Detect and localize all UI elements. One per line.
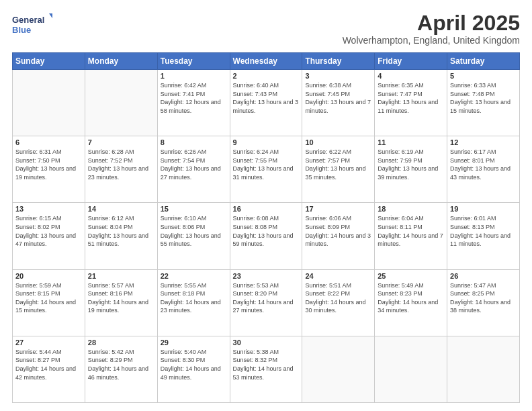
day-info: Sunrise: 6:08 AM Sunset: 8:08 PM Dayligh… bbox=[233, 214, 300, 248]
day-number: 17 bbox=[305, 205, 371, 213]
calendar-cell bbox=[85, 70, 157, 136]
svg-text:General: General bbox=[12, 15, 44, 25]
calendar-subtitle: Wolverhampton, England, United Kingdom bbox=[343, 35, 520, 46]
day-info: Sunrise: 5:40 AM Sunset: 8:30 PM Dayligh… bbox=[161, 348, 227, 381]
calendar-cell: 13 Sunrise: 6:15 AM Sunset: 8:02 PM Dayl… bbox=[13, 203, 85, 269]
day-number: 25 bbox=[378, 272, 444, 280]
page: General Blue April 2025 Wolverhampton, E… bbox=[0, 0, 532, 411]
day-number: 2 bbox=[233, 72, 300, 80]
calendar-row: 1 Sunrise: 6:42 AM Sunset: 7:41 PM Dayli… bbox=[13, 70, 520, 136]
dow-header-cell: Monday bbox=[85, 53, 157, 70]
calendar-row: 13 Sunrise: 6:15 AM Sunset: 8:02 PM Dayl… bbox=[13, 203, 520, 269]
day-number: 30 bbox=[233, 338, 300, 347]
day-number: 15 bbox=[161, 205, 227, 213]
svg-marker-2 bbox=[49, 13, 52, 20]
calendar-cell: 29 Sunrise: 5:40 AM Sunset: 8:30 PM Dayl… bbox=[157, 336, 230, 402]
calendar-cell bbox=[13, 70, 85, 136]
day-info: Sunrise: 6:31 AM Sunset: 7:50 PM Dayligh… bbox=[15, 148, 82, 181]
calendar-cell bbox=[302, 336, 375, 402]
calendar-cell: 26 Sunrise: 5:47 AM Sunset: 8:25 PM Dayl… bbox=[447, 269, 520, 336]
dow-header-cell: Friday bbox=[375, 53, 447, 70]
calendar-cell: 27 Sunrise: 5:44 AM Sunset: 8:27 PM Dayl… bbox=[13, 336, 85, 402]
calendar-cell: 17 Sunrise: 6:06 AM Sunset: 8:09 PM Dayl… bbox=[302, 203, 375, 269]
day-info: Sunrise: 6:38 AM Sunset: 7:45 PM Dayligh… bbox=[305, 81, 371, 115]
day-info: Sunrise: 6:33 AM Sunset: 7:48 PM Dayligh… bbox=[450, 81, 517, 115]
day-number: 18 bbox=[378, 205, 444, 213]
day-info: Sunrise: 6:24 AM Sunset: 7:55 PM Dayligh… bbox=[233, 148, 300, 181]
day-number: 9 bbox=[233, 138, 300, 146]
day-info: Sunrise: 6:04 AM Sunset: 8:11 PM Dayligh… bbox=[378, 214, 444, 248]
calendar-cell: 30 Sunrise: 5:38 AM Sunset: 8:32 PM Dayl… bbox=[230, 336, 302, 402]
day-info: Sunrise: 6:42 AM Sunset: 7:41 PM Dayligh… bbox=[161, 81, 227, 115]
calendar-title: April 2025 bbox=[343, 12, 520, 34]
calendar-cell: 4 Sunrise: 6:35 AM Sunset: 7:47 PM Dayli… bbox=[375, 70, 447, 136]
day-info: Sunrise: 6:19 AM Sunset: 7:59 PM Dayligh… bbox=[378, 148, 444, 181]
calendar-cell: 23 Sunrise: 5:53 AM Sunset: 8:20 PM Dayl… bbox=[230, 269, 302, 336]
calendar-cell: 22 Sunrise: 5:55 AM Sunset: 8:18 PM Dayl… bbox=[157, 269, 230, 336]
calendar-row: 20 Sunrise: 5:59 AM Sunset: 8:15 PM Dayl… bbox=[13, 269, 520, 336]
calendar-cell: 9 Sunrise: 6:24 AM Sunset: 7:55 PM Dayli… bbox=[230, 136, 302, 203]
day-number: 11 bbox=[378, 138, 444, 146]
calendar-cell bbox=[447, 336, 520, 402]
day-info: Sunrise: 6:28 AM Sunset: 7:52 PM Dayligh… bbox=[88, 148, 154, 181]
calendar-body: 1 Sunrise: 6:42 AM Sunset: 7:41 PM Dayli… bbox=[13, 70, 520, 403]
day-number: 29 bbox=[161, 338, 227, 347]
day-info: Sunrise: 5:51 AM Sunset: 8:22 PM Dayligh… bbox=[305, 281, 371, 315]
dow-header-cell: Saturday bbox=[447, 53, 520, 70]
svg-text:Blue: Blue bbox=[12, 25, 31, 35]
day-of-week-header: SundayMondayTuesdayWednesdayThursdayFrid… bbox=[13, 53, 520, 70]
calendar-row: 6 Sunrise: 6:31 AM Sunset: 7:50 PM Dayli… bbox=[13, 136, 520, 203]
day-info: Sunrise: 6:12 AM Sunset: 8:04 PM Dayligh… bbox=[88, 214, 154, 248]
calendar-cell: 21 Sunrise: 5:57 AM Sunset: 8:16 PM Dayl… bbox=[85, 269, 157, 336]
dow-header-cell: Wednesday bbox=[230, 53, 302, 70]
calendar-cell bbox=[375, 336, 447, 402]
day-number: 1 bbox=[161, 72, 227, 80]
header-right: April 2025 Wolverhampton, England, Unite… bbox=[343, 12, 520, 46]
header: General Blue April 2025 Wolverhampton, E… bbox=[12, 12, 520, 46]
day-info: Sunrise: 6:40 AM Sunset: 7:43 PM Dayligh… bbox=[233, 81, 300, 115]
day-info: Sunrise: 5:57 AM Sunset: 8:16 PM Dayligh… bbox=[88, 281, 154, 315]
day-info: Sunrise: 5:47 AM Sunset: 8:25 PM Dayligh… bbox=[450, 281, 517, 315]
logo: General Blue bbox=[12, 12, 52, 38]
dow-header-cell: Tuesday bbox=[157, 53, 230, 70]
day-number: 12 bbox=[450, 138, 517, 146]
day-number: 5 bbox=[450, 72, 517, 80]
day-number: 7 bbox=[88, 138, 154, 146]
day-number: 23 bbox=[233, 272, 300, 280]
calendar-table: SundayMondayTuesdayWednesdayThursdayFrid… bbox=[12, 52, 520, 403]
day-info: Sunrise: 5:42 AM Sunset: 8:29 PM Dayligh… bbox=[88, 348, 154, 381]
day-number: 22 bbox=[161, 272, 227, 280]
day-info: Sunrise: 5:55 AM Sunset: 8:18 PM Dayligh… bbox=[161, 281, 227, 315]
calendar-cell: 25 Sunrise: 5:49 AM Sunset: 8:23 PM Dayl… bbox=[375, 269, 447, 336]
calendar-cell: 2 Sunrise: 6:40 AM Sunset: 7:43 PM Dayli… bbox=[230, 70, 302, 136]
day-info: Sunrise: 5:53 AM Sunset: 8:20 PM Dayligh… bbox=[233, 281, 300, 315]
day-number: 8 bbox=[161, 138, 227, 146]
day-number: 16 bbox=[233, 205, 300, 213]
day-number: 24 bbox=[305, 272, 371, 280]
day-info: Sunrise: 6:01 AM Sunset: 8:13 PM Dayligh… bbox=[450, 214, 517, 248]
dow-header-cell: Sunday bbox=[13, 53, 85, 70]
day-info: Sunrise: 6:10 AM Sunset: 8:06 PM Dayligh… bbox=[161, 214, 227, 248]
day-info: Sunrise: 6:22 AM Sunset: 7:57 PM Dayligh… bbox=[305, 148, 371, 181]
dow-header-cell: Thursday bbox=[302, 53, 375, 70]
calendar-cell: 3 Sunrise: 6:38 AM Sunset: 7:45 PM Dayli… bbox=[302, 70, 375, 136]
day-number: 4 bbox=[378, 72, 444, 80]
day-number: 28 bbox=[88, 338, 154, 347]
calendar-cell: 11 Sunrise: 6:19 AM Sunset: 7:59 PM Dayl… bbox=[375, 136, 447, 203]
calendar-cell: 7 Sunrise: 6:28 AM Sunset: 7:52 PM Dayli… bbox=[85, 136, 157, 203]
day-info: Sunrise: 6:17 AM Sunset: 8:01 PM Dayligh… bbox=[450, 148, 517, 181]
calendar-cell: 20 Sunrise: 5:59 AM Sunset: 8:15 PM Dayl… bbox=[13, 269, 85, 336]
calendar-cell: 5 Sunrise: 6:33 AM Sunset: 7:48 PM Dayli… bbox=[447, 70, 520, 136]
day-number: 3 bbox=[305, 72, 371, 80]
day-number: 6 bbox=[15, 138, 82, 146]
day-info: Sunrise: 5:49 AM Sunset: 8:23 PM Dayligh… bbox=[378, 281, 444, 315]
day-info: Sunrise: 6:35 AM Sunset: 7:47 PM Dayligh… bbox=[378, 81, 444, 115]
day-info: Sunrise: 6:26 AM Sunset: 7:54 PM Dayligh… bbox=[161, 148, 227, 181]
day-number: 21 bbox=[88, 272, 154, 280]
logo-svg: General Blue bbox=[12, 12, 52, 38]
day-number: 13 bbox=[15, 205, 82, 213]
calendar-cell: 1 Sunrise: 6:42 AM Sunset: 7:41 PM Dayli… bbox=[157, 70, 230, 136]
calendar-cell: 14 Sunrise: 6:12 AM Sunset: 8:04 PM Dayl… bbox=[85, 203, 157, 269]
calendar-cell: 6 Sunrise: 6:31 AM Sunset: 7:50 PM Dayli… bbox=[13, 136, 85, 203]
calendar-cell: 24 Sunrise: 5:51 AM Sunset: 8:22 PM Dayl… bbox=[302, 269, 375, 336]
